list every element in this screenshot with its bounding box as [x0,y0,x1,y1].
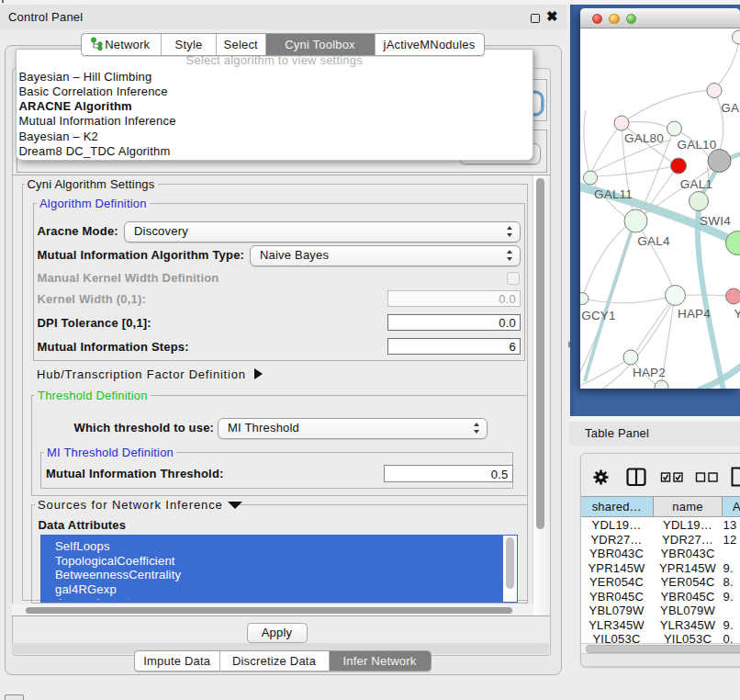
svg-text:GAL4: GAL4 [637,234,670,248]
svg-text:GAL80: GAL80 [624,131,664,145]
svg-text:HAP4: HAP4 [678,307,711,321]
svg-text:GAL10: GAL10 [677,138,716,152]
svg-text:GAL1: GAL1 [680,177,712,191]
svg-text:HAP2: HAP2 [633,366,666,379]
svg-text:GAL11: GAL11 [594,187,633,201]
svg-text:SWI4: SWI4 [700,214,731,228]
svg-text:Y: Y [734,307,740,321]
svg-text:GCY1: GCY1 [581,309,616,322]
svg-text:GAL2: GAL2 [721,101,740,115]
